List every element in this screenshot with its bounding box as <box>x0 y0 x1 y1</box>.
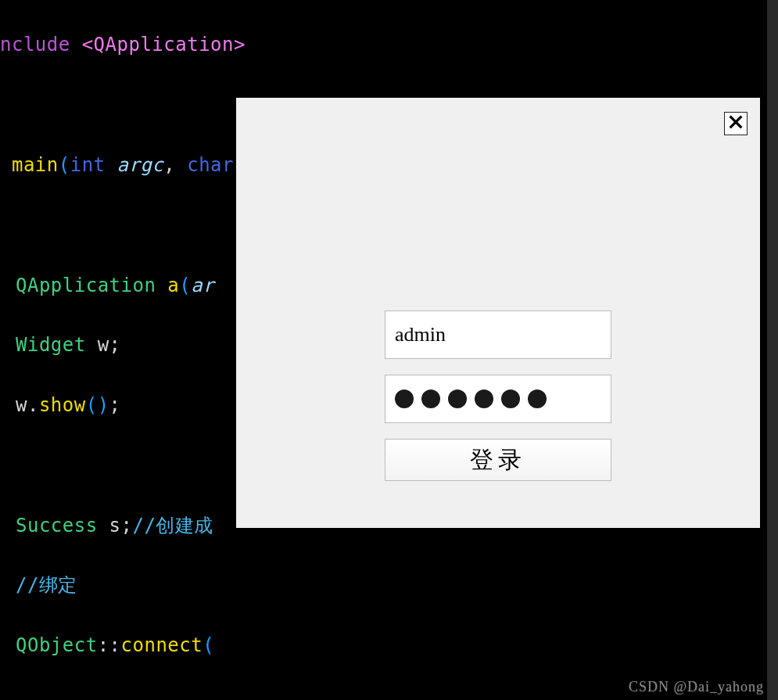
class-name: QObject <box>16 634 98 656</box>
param-name: argc <box>117 154 164 176</box>
login-form: 登录 <box>385 311 611 481</box>
var-name: s <box>109 515 121 537</box>
password-input[interactable] <box>385 375 611 423</box>
var-name: a <box>167 275 179 296</box>
password-dot <box>501 389 520 408</box>
password-dot <box>395 389 414 408</box>
obj-name: w <box>16 394 27 416</box>
class-name: QApplication <box>16 275 156 296</box>
password-dot <box>475 389 493 408</box>
password-dot <box>421 389 440 408</box>
include-path: <QApplication> <box>82 34 246 56</box>
watermark: CSDN @Dai_yahong <box>629 679 764 695</box>
param-type: int <box>70 154 106 176</box>
var-name: w <box>98 334 109 356</box>
class-name: Success <box>16 515 98 537</box>
comment: //绑定 <box>16 574 77 596</box>
comment: //创建成 <box>133 515 213 537</box>
method-name: show <box>39 394 86 416</box>
username-input[interactable] <box>385 311 611 359</box>
password-dot <box>528 389 547 408</box>
preproc-directive: nclude <box>0 34 70 56</box>
login-button[interactable]: 登录 <box>385 439 611 481</box>
close-button[interactable] <box>724 112 748 135</box>
right-scrollbar-track[interactable] <box>767 0 778 700</box>
param-type: char <box>187 154 234 176</box>
func-name: main <box>12 154 59 176</box>
close-icon <box>727 113 744 134</box>
class-name: Widget <box>16 334 86 356</box>
login-dialog: 登录 <box>236 98 760 528</box>
method-name: connect <box>121 634 203 656</box>
arg: ar <box>191 275 214 296</box>
password-dot <box>448 389 467 408</box>
